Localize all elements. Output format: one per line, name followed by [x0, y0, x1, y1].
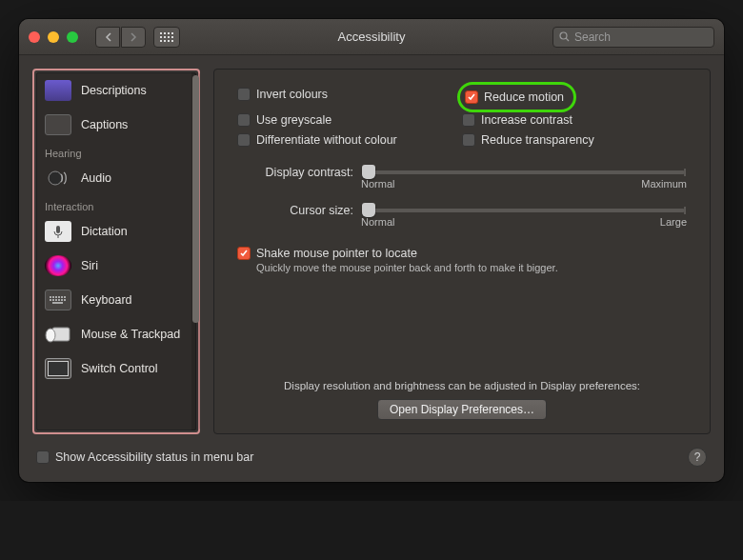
sidebar-item-captions[interactable]: Captions	[37, 108, 195, 142]
checkbox-label: Increase contrast	[481, 113, 572, 127]
shake-pointer-description: Quickly move the mouse pointer back and …	[256, 262, 687, 273]
svg-line-1	[566, 38, 569, 41]
checkbox-invert-colours[interactable]: Invert colours	[237, 85, 462, 104]
sidebar-item-descriptions[interactable]: Descriptions	[37, 73, 195, 108]
svg-point-0	[560, 32, 567, 39]
slider-thumb[interactable]	[362, 165, 375, 179]
checkbox-icon	[237, 133, 251, 147]
svg-rect-10	[50, 299, 51, 301]
svg-rect-3	[56, 226, 60, 233]
sidebar-section-hearing: Hearing	[37, 142, 195, 161]
checkbox-icon	[237, 113, 251, 127]
checkbox-icon	[36, 450, 50, 464]
sidebar-item-audio[interactable]: Audio	[37, 161, 195, 195]
descriptions-icon	[45, 80, 71, 101]
display-contrast-slider[interactable]: Normal Maximum	[361, 165, 687, 190]
sidebar-item-siri[interactable]: Siri	[37, 249, 195, 283]
svg-point-18	[46, 329, 55, 342]
display-prefs-text: Display resolution and brightness can be…	[237, 380, 687, 391]
sidebar-highlight: Descriptions Captions Hearing Audio Inte…	[32, 69, 200, 434]
sidebar-item-label: Descriptions	[81, 84, 147, 97]
svg-rect-5	[52, 296, 54, 298]
chevron-right-icon	[131, 32, 137, 42]
svg-rect-15	[64, 299, 66, 301]
svg-rect-9	[64, 296, 66, 298]
sidebar-item-label: Keyboard	[81, 293, 132, 307]
cursor-size-slider[interactable]: Normal Large	[361, 203, 687, 228]
display-contrast-label: Display contrast:	[237, 165, 361, 179]
sidebar-section-interaction: Interaction	[37, 195, 195, 214]
checkbox-icon	[237, 247, 251, 260]
sidebar-item-label: Switch Control	[81, 362, 158, 375]
sidebar: Descriptions Captions Hearing Audio Inte…	[36, 72, 196, 430]
minimize-button[interactable]	[48, 31, 59, 43]
checkbox-differentiate-without-colour[interactable]: Differentiate without colour	[237, 130, 462, 150]
close-button[interactable]	[29, 31, 40, 43]
checkbox-label: Invert colours	[256, 88, 328, 101]
slider-min-label: Normal	[361, 178, 394, 190]
sidebar-item-label: Dictation	[81, 225, 128, 238]
accessibility-window: Accessibility Search Descriptions Captio…	[19, 19, 724, 482]
slider-max-label: Maximum	[641, 178, 687, 190]
checkbox-icon	[462, 133, 475, 147]
forward-button[interactable]	[121, 27, 146, 48]
switch-control-icon	[45, 358, 71, 379]
open-display-preferences-button[interactable]: Open Display Preferences…	[377, 399, 547, 420]
checkbox-label: Reduce motion	[484, 90, 564, 104]
svg-rect-8	[61, 296, 63, 298]
checkbox-use-greyscale[interactable]: Use greyscale	[237, 110, 462, 130]
sidebar-item-mouse-trackpad[interactable]: Mouse & Trackpad	[37, 317, 195, 351]
sidebar-item-dictation[interactable]: Dictation	[37, 214, 195, 249]
svg-rect-11	[52, 299, 54, 301]
cursor-size-row: Cursor size: Normal Large	[237, 203, 687, 228]
checkbox-icon	[465, 90, 478, 104]
svg-point-2	[49, 171, 62, 185]
back-button[interactable]	[95, 27, 120, 48]
checkbox-increase-contrast[interactable]: Increase contrast	[462, 110, 687, 130]
slider-thumb[interactable]	[362, 203, 375, 217]
titlebar: Accessibility Search	[19, 19, 724, 55]
show-all-button[interactable]	[153, 27, 180, 48]
checkbox-reduce-motion[interactable]: Reduce motion	[465, 88, 564, 107]
audio-icon	[45, 168, 71, 189]
svg-rect-6	[55, 296, 57, 298]
captions-icon	[45, 114, 71, 135]
display-checkboxes: Invert colours Reduce motion Use greysca…	[237, 85, 687, 150]
help-button[interactable]: ?	[688, 448, 707, 467]
keyboard-icon	[45, 290, 71, 310]
slider-max-label: Large	[660, 216, 687, 228]
sidebar-scrollbar-thumb[interactable]	[192, 75, 199, 323]
sidebar-item-switch-control[interactable]: Switch Control	[37, 351, 195, 386]
grid-icon	[160, 32, 173, 42]
sidebar-item-keyboard[interactable]: Keyboard	[37, 283, 195, 317]
siri-icon	[45, 255, 71, 276]
checkbox-label: Use greyscale	[256, 113, 331, 127]
chevron-left-icon	[105, 32, 111, 42]
sidebar-item-label: Siri	[81, 259, 98, 272]
checkbox-show-status-menubar[interactable]: Show Accessibility status in menu bar	[36, 448, 253, 467]
checkbox-label: Shake mouse pointer to locate	[256, 247, 417, 260]
traffic-lights	[29, 31, 78, 43]
search-placeholder: Search	[574, 30, 611, 44]
svg-rect-4	[50, 296, 51, 298]
checkbox-icon	[462, 113, 475, 127]
svg-rect-16	[52, 302, 63, 304]
checkbox-label: Reduce transparency	[481, 133, 594, 147]
svg-rect-12	[55, 299, 57, 301]
content-area: Descriptions Captions Hearing Audio Inte…	[19, 55, 724, 448]
dictation-icon	[45, 221, 71, 242]
shake-pointer-section: Shake mouse pointer to locate Quickly mo…	[237, 247, 687, 273]
search-icon	[559, 31, 570, 42]
checkbox-reduce-transparency[interactable]: Reduce transparency	[462, 130, 687, 150]
sidebar-scrollbar[interactable]	[191, 72, 200, 430]
search-input[interactable]: Search	[552, 27, 714, 48]
checkbox-shake-pointer[interactable]: Shake mouse pointer to locate	[237, 247, 687, 260]
cursor-size-label: Cursor size:	[237, 203, 361, 217]
sidebar-item-label: Mouse & Trackpad	[81, 328, 180, 341]
checkbox-label: Show Accessibility status in menu bar	[55, 450, 253, 464]
display-contrast-row: Display contrast: Normal Maximum	[237, 165, 687, 190]
mouse-trackpad-icon	[45, 324, 71, 345]
zoom-button[interactable]	[67, 31, 78, 43]
slider-min-label: Normal	[361, 216, 394, 228]
main-panel: Invert colours Reduce motion Use greysca…	[213, 69, 711, 434]
